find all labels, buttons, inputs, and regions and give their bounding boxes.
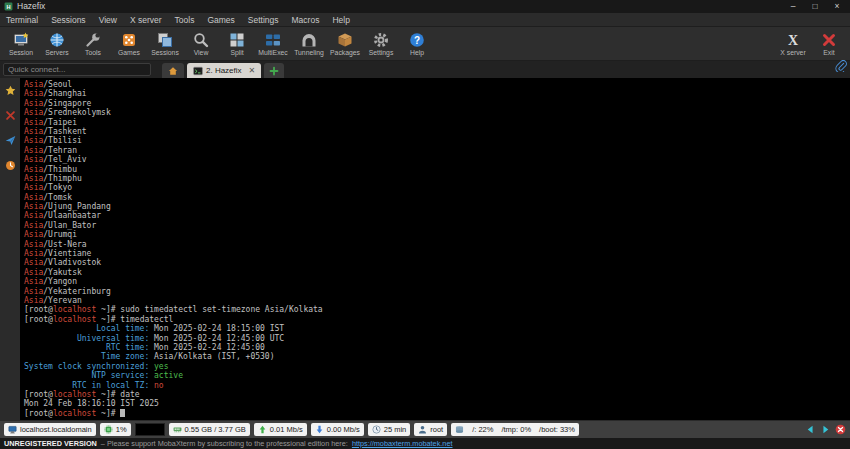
tab-home[interactable]	[162, 63, 184, 78]
tab-hazefix[interactable]: 2. Hazefix ✕	[187, 63, 261, 78]
terminal-line: Asia/Ulaanbaatar	[24, 211, 850, 220]
multiexec-icon	[265, 32, 281, 48]
minimize-button[interactable]: –	[788, 0, 798, 13]
terminal-line: Time zone: Asia/Kolkata (IST, +0530)	[24, 352, 850, 361]
upload-value: 0.01 Mb/s	[270, 425, 303, 434]
tabbar: 2. Hazefix ✕	[0, 61, 850, 78]
tab-close-icon[interactable]: ✕	[249, 67, 256, 75]
view-icon	[193, 32, 209, 48]
menu-item-settings[interactable]: Settings	[248, 15, 279, 25]
toolbar-label: MultiExec	[258, 49, 287, 56]
status-host: localhost.localdomain	[4, 423, 96, 436]
toolbar-button-view[interactable]: View	[183, 28, 219, 59]
toolbar-button-x-server[interactable]: XX server	[775, 28, 811, 59]
toolbar-label: X server	[780, 49, 805, 56]
terminal-cursor	[120, 409, 125, 417]
menu-item-help[interactable]: Help	[332, 15, 349, 25]
exit-icon	[821, 32, 837, 48]
terminal-line: Asia/Ulan_Bator	[24, 221, 850, 230]
terminal-icon	[193, 66, 203, 76]
host-label: localhost.localdomain	[20, 425, 92, 434]
previous-tab-button[interactable]	[805, 424, 816, 435]
terminal-line: Asia/Urumqi	[24, 230, 850, 239]
toolbar-button-split[interactable]: Split	[219, 28, 255, 59]
toolbar-label: Exit	[823, 49, 834, 56]
servers-icon	[49, 32, 65, 48]
terminal-line: Mon 24 Feb 18:16:10 IST 2025	[24, 399, 850, 408]
xserver-icon: X	[785, 32, 801, 48]
terminal-line: Asia/Tehran	[24, 146, 850, 155]
toolbar-button-help[interactable]: ?Help	[399, 28, 435, 59]
toolbar-button-tunneling[interactable]: Tunneling	[291, 28, 327, 59]
svg-text:H: H	[6, 4, 10, 10]
sidebar	[0, 78, 20, 420]
monitor-icon	[8, 425, 17, 434]
window-title: Hazefix	[17, 0, 45, 13]
toolbar-button-packages[interactable]: Packages	[327, 28, 363, 59]
attachments-button[interactable]	[835, 58, 847, 76]
terminal-output[interactable]: Asia/SeoulAsia/ShanghaiAsia/SingaporeAsi…	[20, 78, 850, 420]
disk-tmp-value: /tmp: 0%	[501, 425, 531, 434]
registration-link[interactable]: https://mobaxterm.mobatek.net	[352, 439, 453, 448]
terminal-line: RTC time: Mon 2025-02-24 12:45:00	[24, 343, 850, 352]
clock-icon	[372, 425, 381, 434]
session-icon	[13, 32, 29, 48]
terminal-line: Asia/Tokyo	[24, 183, 850, 192]
disk-root-value: /: 22%	[472, 425, 493, 434]
sessions-icon	[157, 32, 173, 48]
terminal-line: Asia/Vientiane	[24, 249, 850, 258]
cpu-history-graph	[135, 423, 165, 436]
maximize-button[interactable]: □	[810, 0, 820, 13]
tunneling-icon	[301, 32, 317, 48]
terminal-line: Asia/Tomsk	[24, 193, 850, 202]
toolbar-button-games[interactable]: Games	[111, 28, 147, 59]
cpu-value: 1%	[116, 425, 127, 434]
titlebar: H Hazefix – □ ×	[0, 0, 850, 13]
paperclip-icon	[835, 60, 847, 72]
main-area: Asia/SeoulAsia/ShanghaiAsia/SingaporeAsi…	[0, 78, 850, 420]
toolbar-label: Tools	[85, 49, 101, 56]
menu-item-tools[interactable]: Tools	[175, 15, 195, 25]
toolbar-button-exit[interactable]: Exit	[811, 28, 847, 59]
status-cpu: 1%	[100, 423, 131, 436]
menu-item-x-server[interactable]: X server	[130, 15, 162, 25]
terminal-line: Local time: Mon 2025-02-24 18:15:00 IST	[24, 324, 850, 333]
svg-text:X: X	[788, 33, 798, 48]
terminal-line: System clock synchronized: yes	[24, 362, 850, 371]
close-session-button[interactable]	[835, 424, 846, 435]
close-button[interactable]: ×	[832, 0, 842, 13]
menu-item-view[interactable]: View	[99, 15, 117, 25]
toolbar-button-sessions[interactable]: Sessions	[147, 28, 183, 59]
next-tab-button[interactable]	[820, 424, 831, 435]
svg-text:?: ?	[414, 34, 420, 45]
toolbar-button-settings[interactable]: Settings	[363, 28, 399, 59]
toolbar-button-multiexec[interactable]: MultiExec	[255, 28, 291, 59]
terminal-line: Asia/Yangon	[24, 277, 850, 286]
toolbar-label: Help	[410, 49, 424, 56]
clock-orange-icon[interactable]	[5, 160, 16, 171]
toolbar-button-tools[interactable]: Tools	[75, 28, 111, 59]
terminal-line: Asia/Tashkent	[24, 127, 850, 136]
home-icon	[168, 66, 178, 76]
menu-item-terminal[interactable]: Terminal	[6, 15, 38, 25]
quick-connect-input[interactable]	[3, 63, 151, 76]
toolbar-button-servers[interactable]: Servers	[39, 28, 75, 59]
terminal-line: [root@localhost ~]# sudo timedatectl set…	[24, 305, 850, 314]
menu-item-macros[interactable]: Macros	[292, 15, 320, 25]
new-tab-button[interactable]	[264, 63, 284, 78]
terminal-line: Asia/Taipei	[24, 118, 850, 127]
ram-icon	[173, 425, 182, 434]
terminal-line: Universal time: Mon 2025-02-24 12:45:00 …	[24, 334, 850, 343]
toolbar-button-session[interactable]: Session	[3, 28, 39, 59]
disk-boot-value: /boot: 33%	[539, 425, 575, 434]
paper-plane-icon[interactable]	[5, 135, 16, 146]
split-icon	[229, 32, 245, 48]
disk-icon	[455, 425, 464, 434]
cpu-icon	[104, 425, 113, 434]
terminal-line: Asia/Shanghai	[24, 89, 850, 98]
crossed-tools-icon[interactable]	[5, 110, 16, 121]
toolbar-label: Packages	[330, 49, 360, 56]
menu-item-games[interactable]: Games	[207, 15, 234, 25]
menu-item-sessions[interactable]: Sessions	[51, 15, 86, 25]
star-icon[interactable]	[5, 85, 16, 96]
